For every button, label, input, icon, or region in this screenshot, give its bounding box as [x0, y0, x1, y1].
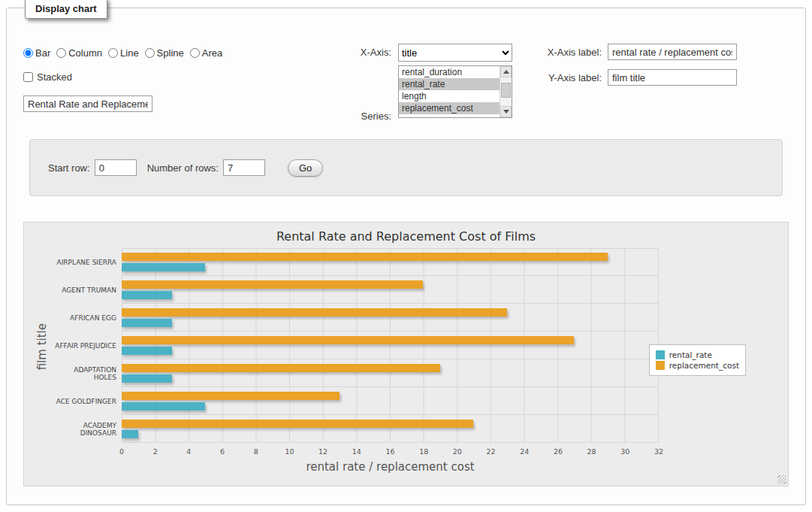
- x-tick-label: 20: [453, 447, 462, 456]
- category-label: ACADEMY DINOSAUR: [50, 415, 122, 443]
- chart-title: Rental Rate and Replacement Cost of Film…: [24, 229, 788, 244]
- resize-handle[interactable]: [777, 475, 786, 484]
- num-rows-label: Number of rows:: [147, 162, 219, 174]
- bar-track: [122, 332, 659, 359]
- chart-plot-rows: AIRPLANE SIERRAAGENT TRUMANAFRICAN EGGAF…: [50, 248, 659, 445]
- legend-label: replacement_cost: [669, 361, 739, 370]
- page: Display chart BarColumnLineSplineArea St…: [0, 0, 812, 512]
- x-tick-label: 10: [285, 447, 294, 456]
- series-option[interactable]: rental_rate: [399, 78, 500, 90]
- bar-rental_rate: [122, 430, 138, 438]
- bar-replacement_cost: [122, 420, 473, 428]
- chart-type-radio[interactable]: [23, 48, 33, 58]
- start-row-input[interactable]: [95, 159, 137, 176]
- legend-swatch: [656, 361, 665, 370]
- display-chart-fieldset: Display chart BarColumnLineSplineArea St…: [6, 8, 806, 505]
- chart-type-line[interactable]: Line: [108, 47, 139, 59]
- bar-rental_rate: [122, 347, 172, 355]
- chart-row: AIRPLANE SIERRA: [50, 248, 659, 276]
- bar-track: [122, 276, 659, 304]
- legend-item: replacement_cost: [656, 361, 739, 370]
- x-tick-label: 12: [318, 447, 328, 456]
- series-options: rental_durationrental_ratelengthreplacem…: [399, 66, 500, 117]
- scroll-down-icon[interactable]: [500, 106, 512, 117]
- x-axis-ticks: 02468101214161820222426283032: [122, 447, 659, 458]
- bar-track: [122, 359, 659, 387]
- chart-type-text: Column: [68, 47, 102, 59]
- bar-track: [122, 248, 659, 276]
- chart-row: AGENT TRUMAN: [50, 276, 659, 304]
- chart-type-radio[interactable]: [145, 48, 155, 58]
- chart-controls: BarColumnLineSplineArea Stacked X-Axis: …: [23, 38, 789, 139]
- y-axis-title-col: film title: [35, 248, 50, 445]
- bar-rental_rate: [122, 319, 172, 327]
- stacked-row: Stacked: [23, 71, 72, 83]
- x-tick-label: 30: [620, 447, 629, 456]
- legend-item: rental_rate: [656, 350, 739, 359]
- category-label: AGENT TRUMAN: [50, 276, 122, 304]
- bar-track: [122, 415, 659, 443]
- series-option[interactable]: length: [399, 90, 500, 102]
- chart-title-input[interactable]: [23, 95, 152, 112]
- chart-panel: Rental Rate and Replacement Cost of Film…: [23, 222, 789, 486]
- bar-replacement_cost: [122, 336, 574, 344]
- x-tick-label: 28: [587, 447, 596, 456]
- series-option[interactable]: rental_duration: [399, 66, 500, 78]
- x-tick-label: 18: [419, 447, 428, 456]
- chart-row: ACADEMY DINOSAUR: [50, 415, 659, 443]
- x-tick-label: 8: [254, 447, 258, 456]
- chart-type-radio[interactable]: [56, 48, 66, 58]
- go-button[interactable]: Go: [288, 159, 323, 177]
- bar-replacement_cost: [122, 280, 423, 289]
- chart-row: AFFAIR PREJUDICE: [50, 332, 659, 359]
- chart-type-spline[interactable]: Spline: [145, 47, 184, 59]
- bar-rental_rate: [122, 402, 205, 411]
- start-row-label: Start row:: [48, 162, 90, 174]
- chart-type-text: Line: [120, 47, 139, 59]
- x-tick-label: 16: [385, 447, 394, 456]
- legend-label: rental_rate: [669, 350, 712, 359]
- bar-track: [122, 304, 659, 332]
- y-axis-label-input[interactable]: [608, 69, 737, 86]
- stacked-checkbox[interactable]: [23, 72, 33, 82]
- x-tick-label: 26: [554, 447, 563, 456]
- category-label: ACE GOLDFINGER: [50, 387, 122, 415]
- series-label: Series:: [309, 111, 391, 122]
- stacked-label: Stacked: [37, 71, 72, 83]
- category-label: AFFAIR PREJUDICE: [50, 332, 122, 359]
- x-tick-label: 14: [352, 447, 361, 456]
- bar-track: [122, 387, 659, 415]
- category-label: AFRICAN EGG: [50, 304, 122, 332]
- chart-type-text: Area: [202, 47, 222, 59]
- series-option[interactable]: replacement_cost: [399, 102, 500, 114]
- bar-replacement_cost: [122, 364, 440, 372]
- chart-type-radio[interactable]: [190, 48, 200, 58]
- chart-type-area[interactable]: Area: [190, 47, 222, 59]
- x-axis-title: rental rate / replacement cost: [122, 460, 659, 474]
- x-axis-label-input[interactable]: [608, 44, 737, 60]
- x-tick-label: 4: [186, 447, 191, 456]
- chart-row: AFRICAN EGG: [50, 304, 659, 332]
- fieldset-content: BarColumnLineSplineArea Stacked X-Axis: …: [7, 8, 805, 504]
- x-tick-label: 0: [119, 447, 124, 456]
- row-range-panel: Start row: Number of rows: Go: [29, 139, 783, 196]
- x-tick-label: 24: [520, 447, 529, 456]
- chart-row: ADAPTATION HOLES: [50, 359, 659, 387]
- legend-swatch: [656, 350, 665, 359]
- chart-type-bar[interactable]: Bar: [23, 47, 50, 59]
- bar-rental_rate: [122, 291, 172, 299]
- chart-row: ACE GOLDFINGER: [50, 387, 659, 415]
- bar-rental_rate: [122, 263, 205, 271]
- chart-type-column[interactable]: Column: [56, 47, 102, 59]
- y-axis-title: film title: [35, 323, 49, 370]
- chart-legend: rental_ratereplacement_cost: [649, 344, 746, 376]
- chart-type-text: Spline: [157, 47, 184, 59]
- bar-replacement_cost: [122, 308, 507, 317]
- chart-type-radio[interactable]: [108, 48, 118, 58]
- bar-rental_rate: [122, 374, 172, 383]
- y-axis-label-field-label: Y-Axis label:: [489, 72, 602, 83]
- x-tick-label: 6: [220, 447, 225, 456]
- scroll-thumb[interactable]: [501, 83, 511, 98]
- category-label: AIRPLANE SIERRA: [50, 248, 122, 276]
- num-rows-input[interactable]: [223, 159, 265, 176]
